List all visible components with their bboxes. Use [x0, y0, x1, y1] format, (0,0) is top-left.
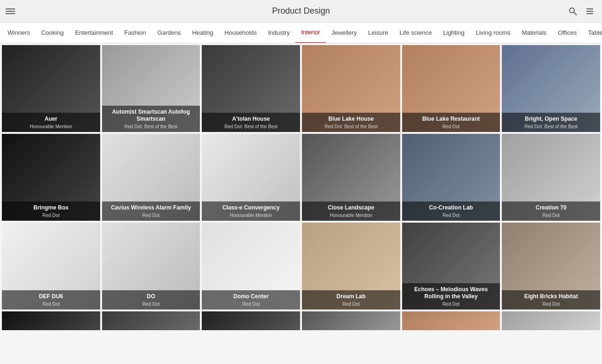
nav: WinnersCookingEntertainmentFashionGarden… — [0, 23, 602, 43]
card-15[interactable]: Dream LabRed Dot — [302, 223, 400, 310]
card-name-14: Domo Center — [206, 293, 296, 301]
nav-item-industry[interactable]: Industry — [262, 23, 295, 43]
card-award-11: Red Dot — [506, 213, 596, 218]
nav-item-gardens[interactable]: Gardens — [152, 23, 187, 43]
card-award-2: Red Dot: Best of the Best — [206, 124, 296, 129]
card-name-7: Cavius Wireless Alarm Family — [106, 204, 197, 212]
svg-point-0 — [570, 8, 574, 13]
nav-item-households[interactable]: Households — [219, 23, 262, 43]
card-award-13: Red Dot — [106, 302, 197, 307]
card-award-8: Honourable Mention — [206, 213, 296, 218]
search-icon[interactable] — [568, 7, 578, 16]
card-award-3: Red Dot: Best of the Best — [306, 124, 396, 129]
card-name-2: A'tolan House — [206, 116, 296, 123]
nav-item-fashion[interactable]: Fashion — [119, 23, 151, 43]
card-name-4: Blue Lake Restaurant — [406, 116, 497, 123]
nav-item-heating[interactable]: Heating — [186, 23, 219, 43]
card-16[interactable]: Echoes – Melodious Waves Rolling in the … — [402, 223, 500, 310]
card-award-4: Red Dot — [406, 124, 497, 129]
card-12[interactable]: DEF DU6Red Dot — [2, 223, 100, 310]
card-info-13: DORed Dot — [102, 290, 200, 310]
nav-item-jewellery[interactable]: Jewellery — [326, 23, 363, 43]
card-info-6: Bringme BoxRed Dot — [2, 201, 100, 221]
card-info-16: Echoes – Melodious Waves Rolling in the … — [402, 283, 500, 310]
partial-card-0[interactable] — [2, 311, 100, 330]
card-8[interactable]: Class-e ConvergencyHonourable Mention — [202, 134, 300, 221]
nav-item-life-science[interactable]: Life science — [394, 23, 437, 43]
nav-item-lighting[interactable]: Lighting — [437, 23, 470, 43]
card-1[interactable]: Automist Smartscan Autofog SmartscanRed … — [102, 45, 200, 132]
card-award-17: Red Dot — [506, 302, 596, 307]
card-name-5: Bright, Open Space — [506, 116, 596, 123]
product-grid: AuerHonourable MentionAutomist Smartscan… — [0, 43, 602, 311]
svg-line-1 — [574, 12, 577, 15]
card-name-10: Co-Creation Lab — [406, 204, 497, 212]
card-info-4: Blue Lake RestaurantRed Dot — [402, 113, 500, 132]
card-0[interactable]: AuerHonourable Mention — [2, 45, 100, 132]
card-4[interactable]: Blue Lake RestaurantRed Dot — [402, 45, 500, 132]
list-icon[interactable] — [585, 7, 594, 16]
nav-item-interior[interactable]: Interior — [295, 23, 325, 43]
partial-card-5[interactable] — [502, 311, 600, 330]
card-name-13: DO — [106, 293, 197, 301]
card-7[interactable]: Cavius Wireless Alarm FamilyRed Dot — [102, 134, 200, 221]
card-info-17: Eight Bricks HabitatRed Dot — [502, 290, 600, 310]
nav-item-offices[interactable]: Offices — [552, 23, 582, 43]
card-info-9: Close LandscapeHonourable Mention — [302, 201, 400, 221]
partial-card-1[interactable] — [102, 311, 200, 330]
card-name-16: Echoes – Melodious Waves Rolling in the … — [406, 286, 497, 301]
card-5[interactable]: Bright, Open SpaceRed Dot: Best of the B… — [502, 45, 600, 132]
card-info-1: Automist Smartscan Autofog SmartscanRed … — [102, 106, 200, 132]
card-2[interactable]: A'tolan HouseRed Dot: Best of the Best — [202, 45, 300, 132]
nav-item-entertainment[interactable]: Entertainment — [69, 23, 119, 43]
nav-item-materials[interactable]: Materials — [516, 23, 552, 43]
card-6[interactable]: Bringme BoxRed Dot — [2, 134, 100, 221]
card-award-6: Red Dot — [6, 213, 96, 218]
card-name-9: Close Landscape — [306, 204, 396, 212]
page-title: Product Design — [272, 6, 330, 16]
header: Product Design — [0, 0, 602, 23]
card-info-0: AuerHonourable Mention — [2, 113, 100, 132]
partial-card-2[interactable] — [202, 311, 300, 330]
card-11[interactable]: Creation 70Red Dot — [502, 134, 600, 221]
card-name-15: Dream Lab — [306, 293, 396, 301]
card-info-3: Blue Lake HouseRed Dot: Best of the Best — [302, 113, 400, 132]
card-info-2: A'tolan HouseRed Dot: Best of the Best — [202, 113, 300, 132]
card-info-8: Class-e ConvergencyHonourable Mention — [202, 201, 300, 221]
menu-icon[interactable] — [6, 8, 15, 14]
card-name-12: DEF DU6 — [6, 293, 96, 301]
card-17[interactable]: Eight Bricks HabitatRed Dot — [502, 223, 600, 310]
card-award-14: Red Dot — [206, 302, 296, 307]
card-award-1: Red Dot: Best of the Best — [106, 124, 197, 129]
card-award-16: Red Dot — [406, 302, 497, 307]
card-info-7: Cavius Wireless Alarm FamilyRed Dot — [102, 201, 200, 221]
card-info-12: DEF DU6Red Dot — [2, 290, 100, 310]
card-10[interactable]: Co-Creation LabRed Dot — [402, 134, 500, 221]
card-award-7: Red Dot — [106, 213, 197, 218]
card-name-11: Creation 70 — [506, 204, 596, 212]
card-info-15: Dream LabRed Dot — [302, 290, 400, 310]
partial-card-3[interactable] — [302, 311, 400, 330]
card-name-1: Automist Smartscan Autofog Smartscan — [106, 108, 197, 123]
card-13[interactable]: DORed Dot — [102, 223, 200, 310]
card-award-12: Red Dot — [6, 302, 96, 307]
card-info-11: Creation 70Red Dot — [502, 201, 600, 221]
card-14[interactable]: Domo CenterRed Dot — [202, 223, 300, 310]
partial-bottom-row — [0, 311, 602, 332]
card-info-14: Domo CenterRed Dot — [202, 290, 300, 310]
partial-card-4[interactable] — [402, 311, 500, 330]
nav-item-winners[interactable]: Winners — [2, 23, 36, 43]
card-award-9: Honourable Mention — [306, 213, 396, 218]
card-name-8: Class-e Convergency — [206, 204, 296, 212]
card-award-10: Red Dot — [406, 213, 497, 218]
nav-item-cooking[interactable]: Cooking — [36, 23, 70, 43]
card-9[interactable]: Close LandscapeHonourable Mention — [302, 134, 400, 221]
card-3[interactable]: Blue Lake HouseRed Dot: Best of the Best — [302, 45, 400, 132]
nav-item-leisure[interactable]: Leisure — [363, 23, 394, 43]
header-icons — [568, 7, 594, 16]
card-award-15: Red Dot — [306, 302, 396, 307]
card-name-6: Bringme Box — [6, 204, 96, 212]
nav-item-table[interactable]: Table — [582, 23, 602, 43]
nav-item-living-rooms[interactable]: Living rooms — [470, 23, 516, 43]
card-name-17: Eight Bricks Habitat — [506, 293, 596, 301]
